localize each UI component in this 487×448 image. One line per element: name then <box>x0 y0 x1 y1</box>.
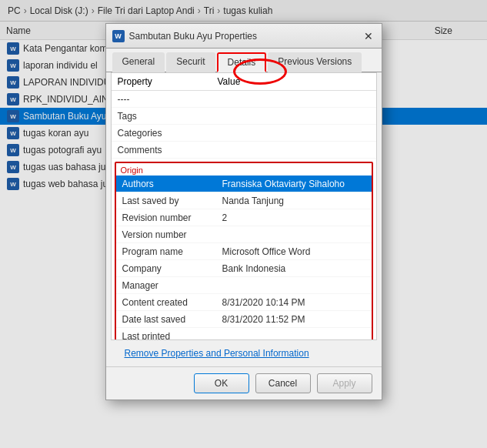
origin-section: Origin Authors Fransiska Oktaviarty Siha… <box>115 162 373 339</box>
prop-row[interactable]: Tags <box>112 108 376 125</box>
prop-header-property: Property <box>118 76 218 87</box>
apply-button[interactable]: Apply <box>317 373 372 393</box>
prop-row[interactable]: Content created 8/31/2020 10:14 PM <box>116 294 372 311</box>
properties-scroll-area[interactable]: ---- Tags Categories Comments Orig <box>112 91 376 339</box>
dialog-titlebar: W Sambutan Buku Ayu Properties ✕ <box>106 24 382 48</box>
prop-row[interactable]: Last saved by Nanda Tanjung <box>116 192 372 209</box>
prop-row[interactable]: Revision number 2 <box>116 209 372 226</box>
prop-row[interactable]: Comments <box>112 142 376 159</box>
prop-row[interactable]: Program name Microsoft Office Word <box>116 243 372 260</box>
ok-button[interactable]: OK <box>194 373 249 393</box>
tab-general[interactable]: General <box>112 52 165 72</box>
tab-previous-versions[interactable]: Previous Versions <box>268 52 362 72</box>
dialog-tabs: General Securit Details Previous Version… <box>106 48 382 72</box>
dialog-title-text: Sambutan Buku Ayu Properties <box>129 31 258 42</box>
prop-header-value: Value <box>218 76 370 87</box>
prop-row[interactable]: Manager <box>116 277 372 294</box>
prop-row[interactable]: Version number <box>116 226 372 243</box>
dialog-title: W Sambutan Buku Ayu Properties <box>112 30 258 42</box>
tab-security[interactable]: Securit <box>166 52 215 72</box>
properties-dialog: W Sambutan Buku Ayu Properties ✕ General… <box>105 23 382 400</box>
dialog-overlay: W Sambutan Buku Ayu Properties ✕ General… <box>0 0 487 448</box>
cancel-button[interactable]: Cancel <box>255 373 311 393</box>
tab-details[interactable]: Details <box>217 52 267 72</box>
prop-row[interactable]: Company Bank Indonesia <box>116 260 372 277</box>
remove-link-container: Remove Properties and Personal Informati… <box>106 340 382 366</box>
remove-properties-link[interactable]: Remove Properties and Personal Informati… <box>115 343 372 363</box>
word-title-icon: W <box>112 30 125 42</box>
origin-section-label: Origin <box>116 163 372 176</box>
prop-row[interactable]: Last printed <box>116 328 372 339</box>
prop-row-authors[interactable]: Authors Fransiska Oktaviarty Sihaloho <box>116 176 372 192</box>
prop-row[interactable]: ---- <box>112 91 376 108</box>
prop-row[interactable]: Categories <box>112 125 376 142</box>
prop-table-header: Property Value <box>112 73 376 91</box>
prop-row[interactable]: Date last saved 8/31/2020 11:52 PM <box>116 311 372 328</box>
dialog-buttons: OK Cancel Apply <box>106 366 382 400</box>
dialog-close-button[interactable]: ✕ <box>362 29 375 43</box>
